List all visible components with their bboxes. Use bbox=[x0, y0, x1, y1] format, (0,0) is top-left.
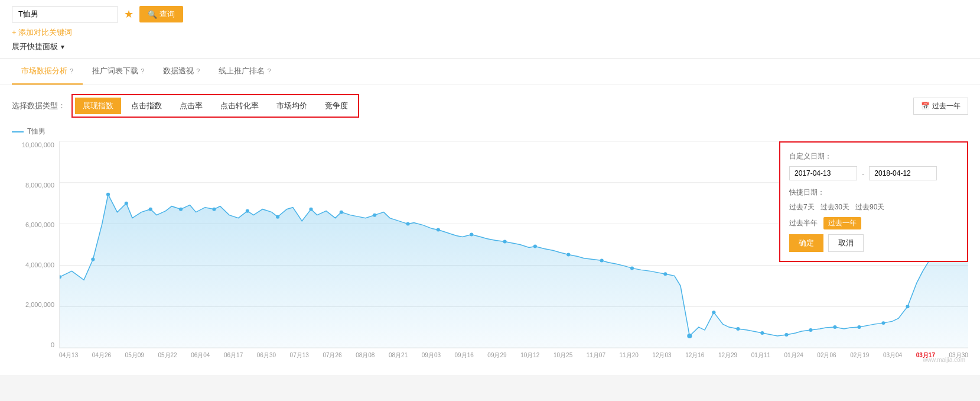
metric-btn-4[interactable]: 市场均价 bbox=[269, 98, 315, 114]
metric-btn-0[interactable]: 展现指数 bbox=[75, 98, 121, 114]
metric-btn-1[interactable]: 点击指数 bbox=[123, 98, 170, 114]
x-label-15: 10月25 bbox=[554, 351, 572, 366]
x-label-11: 09月03 bbox=[422, 351, 441, 366]
quick-dates-title: 快捷日期： bbox=[789, 187, 958, 198]
y-label-5: 0 bbox=[12, 341, 59, 348]
quick-half-year[interactable]: 过去半年 bbox=[789, 218, 818, 228]
time-selector-button[interactable]: 📅 过去一年 bbox=[913, 98, 968, 115]
search-icon: 🔍 bbox=[148, 10, 157, 19]
top-bar: ★ 🔍 查询 + 添加对比关键词 展开快捷面板 ▼ bbox=[0, 0, 980, 59]
help-icon-0: ? bbox=[70, 67, 73, 75]
svg-point-33 bbox=[833, 325, 836, 329]
svg-point-21 bbox=[503, 240, 507, 244]
x-label-21: 01月11 bbox=[751, 351, 770, 366]
quick-dates-row-2: 过去半年 过去一年 bbox=[789, 217, 958, 229]
x-label-7: 07月13 bbox=[290, 351, 309, 366]
quick-7days[interactable]: 过去7天 bbox=[789, 202, 815, 212]
control-label: 选择数据类型： bbox=[12, 101, 66, 111]
x-label-18: 12月03 bbox=[652, 351, 671, 366]
svg-point-30 bbox=[760, 331, 764, 335]
y-label-2: 6,000,000 bbox=[12, 221, 59, 228]
metric-btn-2[interactable]: 点击率 bbox=[172, 98, 210, 114]
x-label-8: 07月26 bbox=[323, 351, 341, 366]
svg-point-9 bbox=[125, 202, 128, 205]
confirm-button[interactable]: 确定 bbox=[789, 234, 823, 252]
svg-point-8 bbox=[106, 193, 110, 196]
svg-point-36 bbox=[906, 305, 909, 308]
star-icon[interactable]: ★ bbox=[124, 8, 134, 21]
quick-one-year[interactable]: 过去一年 bbox=[823, 217, 861, 229]
x-label-20: 12月29 bbox=[718, 351, 737, 366]
expand-panel-button[interactable]: 展开快捷面板 ▼ bbox=[12, 41, 968, 52]
chart-area: T恤男 10,000,000 8,000,000 6,000,000 4,000… bbox=[12, 127, 968, 366]
x-label-24: 02月19 bbox=[850, 351, 869, 366]
svg-point-28 bbox=[712, 311, 715, 314]
date-separator: - bbox=[862, 169, 864, 178]
metric-buttons-group: 展现指数 点击指数 点击率 点击转化率 市场均价 竞争度 bbox=[71, 94, 359, 118]
tab-data-perspective[interactable]: 数据透视 ? bbox=[154, 59, 209, 85]
y-label-3: 4,000,000 bbox=[12, 261, 59, 269]
x-axis: 04月13 04月26 05月09 05月22 06月04 06月17 06月3… bbox=[59, 351, 968, 366]
x-label-22: 01月24 bbox=[784, 351, 803, 366]
chart-wrapper: 10,000,000 8,000,000 6,000,000 4,000,000… bbox=[12, 141, 968, 366]
watermark: www.maijia.com bbox=[923, 357, 965, 363]
x-label-2: 05月09 bbox=[125, 351, 144, 366]
x-label-13: 09月29 bbox=[487, 351, 506, 366]
cancel-button[interactable]: 取消 bbox=[828, 234, 864, 252]
chart-controls: 选择数据类型： 展现指数 点击指数 点击率 点击转化率 市场均价 竞争度 📅 过… bbox=[12, 94, 968, 118]
help-icon-3: ? bbox=[267, 67, 271, 75]
x-label-5: 06月17 bbox=[224, 351, 243, 366]
chevron-down-icon: ▼ bbox=[60, 44, 66, 50]
legend: T恤男 bbox=[12, 127, 968, 137]
svg-point-23 bbox=[566, 253, 570, 256]
search-input[interactable] bbox=[12, 7, 118, 22]
x-label-19: 12月16 bbox=[685, 351, 704, 366]
x-label-1: 04月26 bbox=[92, 351, 111, 366]
nav-tabs: 市场数据分析 ? 推广词表下载 ? 数据透视 ? 线上推广排名 ? bbox=[0, 59, 980, 85]
svg-point-14 bbox=[276, 215, 279, 219]
tab-market-analysis[interactable]: 市场数据分析 ? bbox=[12, 59, 83, 85]
quick-30days[interactable]: 过去30天 bbox=[821, 202, 849, 212]
svg-point-35 bbox=[881, 321, 885, 325]
svg-point-13 bbox=[246, 209, 249, 213]
x-label-16: 11月07 bbox=[587, 351, 605, 366]
svg-point-12 bbox=[212, 208, 216, 211]
svg-point-17 bbox=[373, 214, 376, 217]
svg-point-22 bbox=[533, 245, 537, 248]
start-date-input[interactable] bbox=[789, 166, 857, 180]
svg-point-26 bbox=[663, 272, 667, 276]
x-label-0: 04月13 bbox=[59, 351, 78, 366]
legend-color-dot bbox=[12, 131, 24, 132]
main-content: 选择数据类型： 展现指数 点击指数 点击率 点击转化率 市场均价 竞争度 📅 过… bbox=[0, 85, 980, 375]
end-date-input[interactable] bbox=[869, 166, 937, 180]
x-label-25: 03月04 bbox=[883, 351, 902, 366]
tab-keyword-download[interactable]: 推广词表下载 ? bbox=[83, 59, 154, 85]
metric-btn-5[interactable]: 竞争度 bbox=[317, 98, 356, 114]
svg-point-32 bbox=[809, 328, 812, 332]
svg-point-24 bbox=[600, 258, 604, 262]
y-label-4: 2,000,000 bbox=[12, 301, 59, 308]
quick-90days[interactable]: 过去90天 bbox=[855, 202, 884, 212]
metric-btn-3[interactable]: 点击转化率 bbox=[213, 98, 266, 114]
svg-point-7 bbox=[91, 257, 95, 261]
date-range-row: - bbox=[789, 166, 958, 180]
x-label-10: 08月21 bbox=[389, 351, 408, 366]
date-popup-title: 自定义日期： bbox=[789, 151, 958, 161]
x-label-14: 10月12 bbox=[520, 351, 539, 366]
svg-point-29 bbox=[736, 327, 740, 331]
calendar-icon: 📅 bbox=[921, 102, 930, 110]
quick-dates-row-1: 过去7天 过去30天 过去90天 bbox=[789, 202, 958, 212]
x-label-6: 06月30 bbox=[257, 351, 276, 366]
x-label-17: 11月20 bbox=[620, 351, 639, 366]
query-button[interactable]: 🔍 查询 bbox=[139, 6, 183, 22]
y-axis: 10,000,000 8,000,000 6,000,000 4,000,000… bbox=[12, 141, 59, 348]
tab-online-ranking[interactable]: 线上推广排名 ? bbox=[209, 59, 280, 85]
svg-point-34 bbox=[857, 325, 861, 329]
add-compare-link[interactable]: + 添加对比关键词 bbox=[12, 27, 968, 38]
y-label-0: 10,000,000 bbox=[12, 141, 59, 148]
help-icon-1: ? bbox=[141, 67, 144, 75]
x-label-23: 02月06 bbox=[817, 351, 836, 366]
svg-point-15 bbox=[309, 208, 312, 211]
search-row: ★ 🔍 查询 bbox=[12, 6, 968, 22]
svg-point-19 bbox=[437, 228, 440, 232]
